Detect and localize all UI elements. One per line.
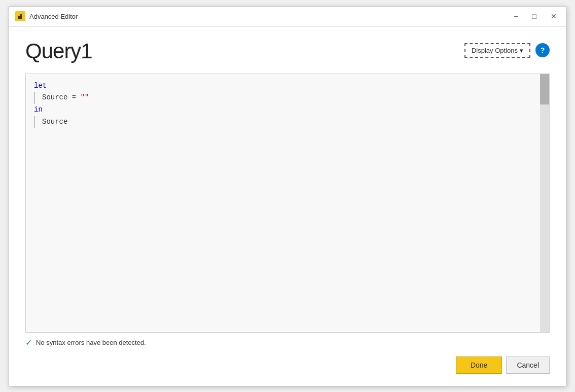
header-row: Query1 Display Options ▾ ? <box>25 39 550 63</box>
query-title: Query1 <box>25 39 92 63</box>
status-bar: ✓ No syntax errors have been detected. <box>25 333 550 352</box>
code-line-2: Source = "" <box>34 92 532 104</box>
scrollbar-track[interactable] <box>540 74 549 332</box>
cancel-button[interactable]: Cancel <box>506 357 550 374</box>
content-area: Query1 Display Options ▾ ? let <box>9 27 566 386</box>
keyword-let: let <box>34 80 47 92</box>
minimize-button[interactable]: − <box>511 12 521 21</box>
footer-row: Done Cancel <box>25 352 550 376</box>
advanced-editor-dialog: Advanced Editor − □ ✕ Query1 Display Opt… <box>9 6 566 386</box>
title-bar-text: Advanced Editor <box>29 13 78 20</box>
maximize-button[interactable]: □ <box>529 12 540 21</box>
code-line-3: in <box>34 104 532 116</box>
code-source-key: Source = "" <box>42 92 89 104</box>
code-line-1: let <box>34 80 532 92</box>
title-bar-controls: − □ ✕ <box>511 12 560 21</box>
display-options-button[interactable]: Display Options ▾ <box>464 43 530 58</box>
header-actions: Display Options ▾ ? <box>464 43 550 58</box>
keyword-in: in <box>34 104 43 116</box>
svg-rect-2 <box>20 14 22 19</box>
done-button[interactable]: Done <box>456 357 502 374</box>
check-icon: ✓ <box>25 338 32 347</box>
line-gutter-2 <box>34 92 38 104</box>
code-editor[interactable]: let Source = "" in Source <box>26 74 540 332</box>
code-source-val: Source <box>42 116 67 128</box>
scrollbar-thumb[interactable] <box>540 74 549 104</box>
code-line-4: Source <box>34 116 532 128</box>
svg-rect-1 <box>18 16 20 19</box>
help-button[interactable]: ? <box>535 43 550 57</box>
title-bar-left: Advanced Editor <box>15 11 78 21</box>
app-icon <box>15 11 25 21</box>
title-bar: Advanced Editor − □ ✕ <box>9 7 566 27</box>
editor-container: let Source = "" in Source <box>25 74 550 333</box>
line-gutter-4 <box>34 116 38 128</box>
display-options-label: Display Options <box>472 47 518 54</box>
status-text: No syntax errors have been detected. <box>36 339 146 346</box>
close-button[interactable]: ✕ <box>548 12 560 21</box>
display-options-arrow: ▾ <box>520 47 523 54</box>
